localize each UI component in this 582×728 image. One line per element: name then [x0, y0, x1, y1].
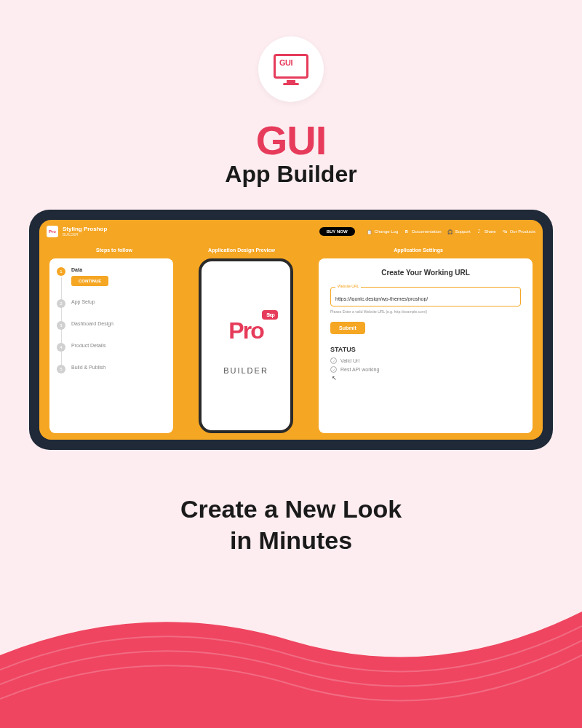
section-labels: Steps to follow Application Design Previ…: [39, 243, 543, 258]
url-hint: Please Enter a valid Website URL (e.g. h…: [330, 309, 521, 314]
buy-now-button[interactable]: BUY NOW: [319, 227, 355, 236]
clipboard-icon: 📋: [367, 229, 372, 234]
step-dot: 4: [57, 343, 65, 352]
steps-section-label: Steps to follow: [52, 248, 176, 253]
status-item: ✓ Rest API working: [330, 366, 521, 373]
share-icon: ⤴: [477, 229, 482, 234]
phone-preview: Pro Shop BUILDER: [199, 258, 293, 433]
headset-icon: 🎧: [447, 229, 453, 234]
shop-badge: Shop: [262, 310, 278, 320]
check-icon: ✓: [330, 357, 337, 364]
products-link[interactable]: 🛍Our Products: [502, 229, 535, 234]
step-label: App Setup: [71, 299, 95, 304]
support-link[interactable]: 🎧Support: [447, 229, 471, 234]
wave-decoration: [0, 568, 582, 728]
preview-brand: Pro Shop: [228, 317, 263, 344]
monitor-icon: GUI: [274, 54, 308, 84]
submit-button[interactable]: Submit: [330, 322, 365, 334]
step-label: Data: [71, 267, 166, 272]
page-subtitle: App Builder: [0, 161, 582, 188]
share-link[interactable]: ⤴Share: [477, 229, 496, 234]
app-title: Styling Proshop: [63, 226, 107, 233]
app-screen: Pro Styling Proshop BUILDER BUY NOW 📋Cha…: [39, 220, 543, 440]
monitor-text: GUI: [279, 58, 292, 67]
step-dot: 5: [57, 365, 65, 373]
step-item-data[interactable]: 1 Data CONTINUE: [57, 267, 166, 286]
preview-section-label: Application Design Preview: [176, 248, 307, 253]
bag-icon: 🛍: [502, 229, 508, 234]
document-icon: 🗎: [404, 229, 410, 234]
tablet-frame: Pro Styling Proshop BUILDER BUY NOW 📋Cha…: [29, 210, 553, 450]
topbar: Pro Styling Proshop BUILDER BUY NOW 📋Cha…: [39, 220, 543, 243]
page-title: GUI: [0, 116, 582, 164]
settings-section-label: Application Settings: [307, 248, 530, 253]
url-field[interactable]: Website URL: [330, 287, 521, 306]
step-item-build-publish[interactable]: 5 Build & Publish: [57, 365, 166, 373]
url-legend: Website URL: [335, 284, 361, 288]
steps-panel: 1 Data CONTINUE 2 App Setup 3 Dashboard …: [49, 258, 173, 433]
step-label: Build & Publish: [71, 365, 105, 370]
preview-label: BUILDER: [223, 366, 268, 375]
url-input[interactable]: [335, 296, 516, 301]
continue-button[interactable]: CONTINUE: [71, 276, 108, 286]
documentation-link[interactable]: 🗎Documentation: [404, 229, 441, 234]
step-label: Dashboard Design: [71, 321, 113, 326]
settings-panel: Create Your Working URL Website URL Plea…: [319, 258, 533, 433]
cursor-icon: ↖: [332, 375, 521, 381]
step-item-product-details[interactable]: 4 Product Details: [57, 343, 166, 352]
status-item: ✓ Valid Url: [330, 357, 521, 364]
step-dot: 3: [57, 321, 65, 330]
step-item-dashboard-design[interactable]: 3 Dashboard Design: [57, 321, 166, 330]
step-dot: 1: [57, 267, 65, 276]
logo-badge: GUI: [258, 36, 324, 102]
changelog-link[interactable]: 📋Change Log: [367, 229, 399, 234]
step-item-app-setup[interactable]: 2 App Setup: [57, 299, 166, 308]
check-icon: ✓: [330, 366, 337, 373]
step-label: Product Details: [71, 343, 105, 348]
tagline: Create a New Look in Minutes: [0, 494, 582, 555]
step-dot: 2: [57, 299, 65, 308]
settings-title: Create Your Working URL: [330, 269, 521, 277]
app-mode: BUILDER: [63, 232, 107, 237]
status-title: STATUS: [330, 346, 521, 353]
app-logo: Pro: [47, 226, 58, 237]
